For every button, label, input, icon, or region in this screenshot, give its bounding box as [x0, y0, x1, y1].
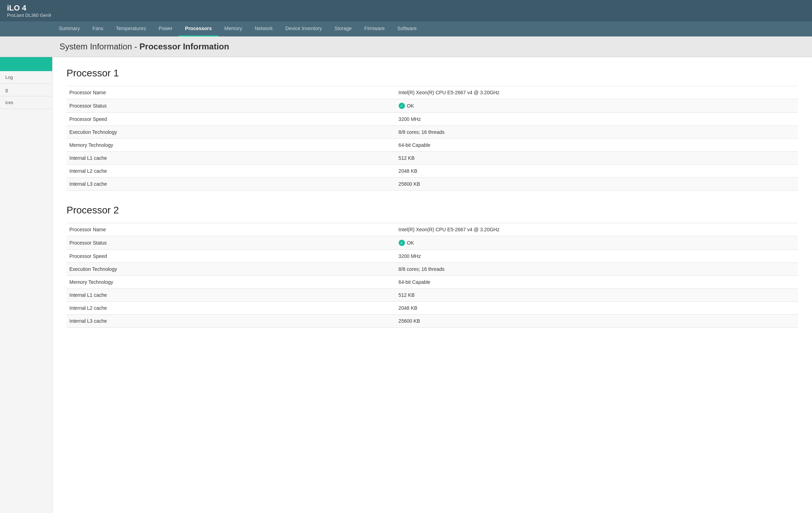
table-row: Processor NameIntel(R) Xeon(R) CPU E5-26…: [67, 223, 798, 236]
field-value: 25600 KB: [396, 315, 798, 328]
nav-tabs: SummaryFansTemperaturesPowerProcessorsMe…: [53, 21, 423, 36]
main-content: Processor 1Processor NameIntel(R) Xeon(R…: [53, 57, 812, 513]
field-value: 25600 KB: [396, 178, 798, 191]
processor-table-2: Processor NameIntel(R) Xeon(R) CPU E5-26…: [67, 223, 798, 328]
header: iLO 4 ProLiant DL360 Gen9: [0, 0, 812, 21]
nav-tab-temperatures[interactable]: Temperatures: [110, 21, 152, 36]
sidebar-item-ices[interactable]: ices: [0, 96, 52, 109]
field-value: Intel(R) Xeon(R) CPU E5-2667 v4 @ 3.20GH…: [396, 86, 798, 99]
field-value: 64-bit Capable: [396, 139, 798, 152]
table-row: Memory Technology64-bit Capable: [67, 276, 798, 289]
ilo-title: iLO 4: [7, 4, 51, 13]
ilo-subtitle: ProLiant DL360 Gen9: [7, 13, 51, 18]
checkmark-icon: ✓: [399, 240, 405, 246]
nav-bar: SummaryFansTemperaturesPowerProcessorsMe…: [0, 21, 812, 36]
sidebar-item-log[interactable]: Log: [0, 71, 52, 84]
nav-tab-network[interactable]: Network: [248, 21, 279, 36]
table-row: Internal L3 cache25600 KB: [67, 178, 798, 191]
field-label: Processor Speed: [67, 113, 396, 126]
field-label: Internal L2 cache: [67, 165, 396, 178]
table-row: Processor Status✓OK: [67, 236, 798, 250]
field-label: Processor Name: [67, 86, 396, 99]
processor-title-2: Processor 2: [67, 205, 798, 216]
status-label: OK: [407, 240, 414, 246]
field-label: Internal L3 cache: [67, 178, 396, 191]
field-label: Execution Technology: [67, 263, 396, 276]
field-label: Memory Technology: [67, 276, 396, 289]
nav-tab-summary[interactable]: Summary: [53, 21, 86, 36]
field-value: 2048 KB: [396, 302, 798, 315]
brand: iLO 4 ProLiant DL360 Gen9: [7, 4, 51, 18]
field-label: Processor Speed: [67, 250, 396, 263]
field-value: ✓OK: [396, 99, 798, 113]
sidebar-item-g[interactable]: g: [0, 84, 52, 96]
field-label: Memory Technology: [67, 139, 396, 152]
table-row: Internal L3 cache25600 KB: [67, 315, 798, 328]
field-label: Internal L3 cache: [67, 315, 396, 328]
field-value: 3200 MHz: [396, 250, 798, 263]
field-label: Processor Status: [67, 99, 396, 113]
page-title: System Information - Processor Informati…: [60, 42, 805, 52]
field-value: Intel(R) Xeon(R) CPU E5-2667 v4 @ 3.20GH…: [396, 223, 798, 236]
status-label: OK: [407, 103, 414, 109]
field-label: Processor Name: [67, 223, 396, 236]
processor-section-2: Processor 2Processor NameIntel(R) Xeon(R…: [67, 205, 798, 328]
nav-tab-memory[interactable]: Memory: [218, 21, 249, 36]
field-value: 512 KB: [396, 152, 798, 165]
sidebar: Log g ices: [0, 57, 53, 513]
checkmark-icon: ✓: [399, 103, 405, 109]
nav-tab-device-inventory[interactable]: Device Inventory: [279, 21, 328, 36]
table-row: Processor NameIntel(R) Xeon(R) CPU E5-26…: [67, 86, 798, 99]
table-row: Internal L1 cache512 KB: [67, 289, 798, 302]
table-row: Internal L2 cache2048 KB: [67, 165, 798, 178]
field-label: Internal L1 cache: [67, 152, 396, 165]
table-row: Execution Technology8/8 cores; 16 thread…: [67, 263, 798, 276]
field-value: 64-bit Capable: [396, 276, 798, 289]
table-row: Processor Speed3200 MHz: [67, 113, 798, 126]
field-value: 8/8 cores; 16 threads: [396, 263, 798, 276]
field-label: Processor Status: [67, 236, 396, 250]
page-title-bar: System Information - Processor Informati…: [0, 36, 812, 57]
layout: Log g ices Processor 1Processor NameInte…: [0, 57, 812, 513]
sidebar-active-indicator: [0, 57, 52, 71]
nav-tab-storage[interactable]: Storage: [328, 21, 358, 36]
field-value: 8/8 cores; 16 threads: [396, 126, 798, 139]
table-row: Execution Technology8/8 cores; 16 thread…: [67, 126, 798, 139]
table-row: Processor Speed3200 MHz: [67, 250, 798, 263]
status-ok: ✓OK: [399, 240, 795, 246]
field-value: 3200 MHz: [396, 113, 798, 126]
processor-title-1: Processor 1: [67, 68, 798, 79]
field-label: Internal L2 cache: [67, 302, 396, 315]
field-value: 512 KB: [396, 289, 798, 302]
nav-tab-software[interactable]: Software: [391, 21, 423, 36]
table-row: Internal L1 cache512 KB: [67, 152, 798, 165]
processor-section-1: Processor 1Processor NameIntel(R) Xeon(R…: [67, 68, 798, 191]
table-row: Processor Status✓OK: [67, 99, 798, 113]
status-ok: ✓OK: [399, 103, 795, 109]
nav-tab-processors[interactable]: Processors: [179, 21, 218, 36]
nav-tab-power[interactable]: Power: [152, 21, 179, 36]
field-value: 2048 KB: [396, 165, 798, 178]
table-row: Internal L2 cache2048 KB: [67, 302, 798, 315]
field-label: Execution Technology: [67, 126, 396, 139]
field-label: Internal L1 cache: [67, 289, 396, 302]
page-title-prefix: System Information -: [60, 42, 139, 51]
table-row: Memory Technology64-bit Capable: [67, 139, 798, 152]
nav-tab-fans[interactable]: Fans: [86, 21, 110, 36]
nav-tab-firmware[interactable]: Firmware: [358, 21, 391, 36]
page-title-main: Processor Information: [139, 42, 229, 51]
processor-table-1: Processor NameIntel(R) Xeon(R) CPU E5-26…: [67, 86, 798, 191]
field-value: ✓OK: [396, 236, 798, 250]
